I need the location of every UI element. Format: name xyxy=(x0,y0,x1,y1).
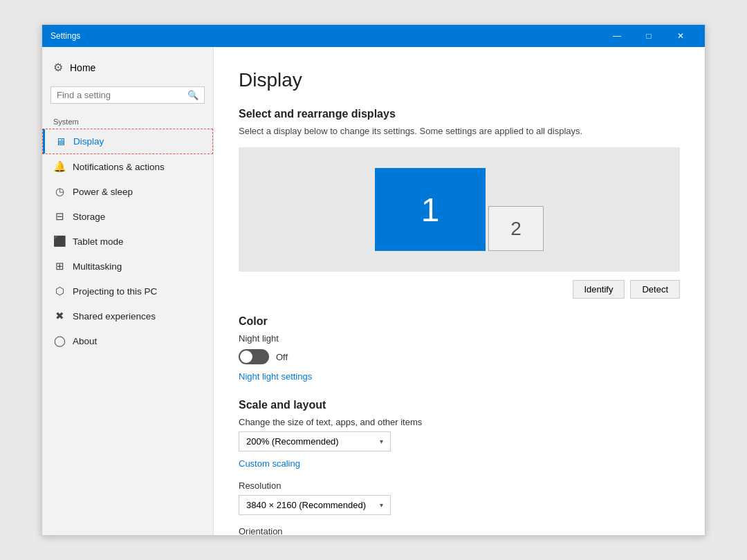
shared-icon: ✖ xyxy=(53,310,66,322)
multitasking-icon: ⊞ xyxy=(53,260,66,272)
sidebar-item-label: Multitasking xyxy=(73,261,122,272)
notifications-icon: 🔔 xyxy=(53,160,66,173)
sidebar-item-multitasking[interactable]: ⊞ Multitasking xyxy=(42,254,213,279)
sidebar-item-power[interactable]: ◷ Power & sleep xyxy=(42,179,213,204)
storage-icon: ⊟ xyxy=(53,210,66,223)
window-controls: — □ ✕ xyxy=(601,25,697,47)
night-light-toggle[interactable] xyxy=(239,349,269,364)
detect-button[interactable]: Detect xyxy=(630,280,680,299)
scale-value: 200% (Recommended) xyxy=(246,436,339,447)
settings-window: Settings — □ ✕ ⚙ Home 🔍 System 🖥 Display xyxy=(42,24,706,536)
search-input[interactable] xyxy=(57,90,183,100)
sidebar-item-label: Display xyxy=(73,136,104,147)
night-light-label: Night light xyxy=(239,333,680,344)
power-icon: ◷ xyxy=(53,185,66,198)
display-preview: 1 2 xyxy=(239,147,680,272)
sidebar-item-shared[interactable]: ✖ Shared experiences xyxy=(42,304,213,328)
home-icon: ⚙ xyxy=(53,61,63,74)
sidebar-item-home[interactable]: ⚙ Home xyxy=(42,54,213,81)
projecting-icon: ⬡ xyxy=(53,285,66,297)
toggle-knob xyxy=(240,351,252,363)
sidebar-item-label: Shared experiences xyxy=(73,311,156,321)
sidebar-item-label: About xyxy=(73,336,97,346)
maximize-button[interactable]: □ xyxy=(633,25,665,47)
preview-buttons: Identify Detect xyxy=(239,280,680,299)
custom-scaling-link[interactable]: Custom scaling xyxy=(239,458,300,469)
color-title: Color xyxy=(239,315,680,328)
resolution-label: Resolution xyxy=(239,480,680,491)
page-title: Display xyxy=(239,69,680,91)
sidebar-item-notifications[interactable]: 🔔 Notifications & actions xyxy=(42,154,213,179)
sidebar-home-label: Home xyxy=(70,62,95,73)
search-box[interactable]: 🔍 xyxy=(50,86,205,104)
main-content: Display Select and rearrange displays Se… xyxy=(214,47,705,535)
about-icon: ◯ xyxy=(53,335,66,347)
sidebar-item-storage[interactable]: ⊟ Storage xyxy=(42,204,213,229)
orientation-label: Orientation xyxy=(239,526,680,535)
sidebar-item-about[interactable]: ◯ About xyxy=(42,328,213,353)
color-section: Color Night light Off Night light settin… xyxy=(239,315,680,382)
select-rearrange-subtitle: Select a display below to change its set… xyxy=(239,126,680,136)
monitor-1[interactable]: 1 xyxy=(375,168,486,251)
minimize-button[interactable]: — xyxy=(601,25,633,47)
sidebar: ⚙ Home 🔍 System 🖥 Display 🔔 Notification… xyxy=(42,47,214,535)
sidebar-item-label: Notifications & actions xyxy=(73,162,165,172)
scale-layout-section: Scale and layout Change the size of text… xyxy=(239,399,680,535)
select-rearrange-section: Select and rearrange displays Select a d… xyxy=(239,108,680,299)
titlebar: Settings — □ ✕ xyxy=(42,25,705,47)
sidebar-item-label: Tablet mode xyxy=(73,236,124,247)
night-light-row: Off xyxy=(239,349,680,364)
monitors-wrapper: 1 2 xyxy=(375,168,544,251)
resolution-value: 3840 × 2160 (Recommended) xyxy=(246,500,366,510)
sidebar-item-tablet[interactable]: ⬛ Tablet mode xyxy=(42,229,213,254)
tablet-icon: ⬛ xyxy=(53,235,66,248)
resolution-chevron-icon: ▾ xyxy=(380,501,383,509)
search-icon: 🔍 xyxy=(187,90,199,100)
sidebar-item-label: Power & sleep xyxy=(73,187,133,197)
close-button[interactable]: ✕ xyxy=(665,25,697,47)
content-area: ⚙ Home 🔍 System 🖥 Display 🔔 Notification… xyxy=(42,47,705,535)
sidebar-item-display[interactable]: 🖥 Display xyxy=(42,129,213,154)
monitor-2[interactable]: 2 xyxy=(488,206,544,251)
resolution-select[interactable]: 3840 × 2160 (Recommended) ▾ xyxy=(239,495,391,515)
sidebar-item-label: Projecting to this PC xyxy=(73,286,157,297)
toggle-state-label: Off xyxy=(276,352,288,362)
sidebar-item-label: Storage xyxy=(73,212,105,222)
sidebar-item-projecting[interactable]: ⬡ Projecting to this PC xyxy=(42,279,213,304)
scale-select[interactable]: 200% (Recommended) ▾ xyxy=(239,431,391,451)
scale-layout-title: Scale and layout xyxy=(239,399,680,411)
scale-field-label: Change the size of text, apps, and other… xyxy=(239,417,680,427)
window-title: Settings xyxy=(50,31,601,41)
scale-chevron-icon: ▾ xyxy=(380,438,383,445)
identify-button[interactable]: Identify xyxy=(573,280,625,299)
display-icon: 🖥 xyxy=(54,136,66,147)
night-light-settings-link[interactable]: Night light settings xyxy=(239,371,312,382)
select-rearrange-title: Select and rearrange displays xyxy=(239,108,680,120)
sidebar-section-label: System xyxy=(42,109,213,129)
